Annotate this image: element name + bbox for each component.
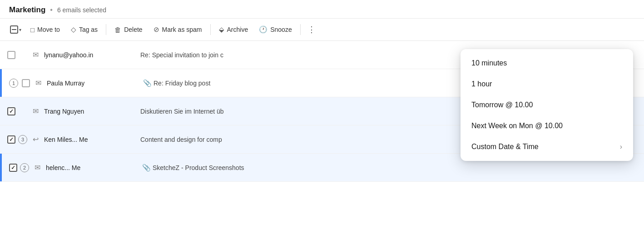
snooze-button[interactable]: 🕐 Snooze: [254, 23, 296, 36]
mail-icon-1: ✉: [33, 50, 39, 59]
select-all-button[interactable]: ▾: [7, 24, 24, 35]
tag-icon: ◇: [71, 25, 76, 34]
mark-spam-button[interactable]: ⊘ Mark as spam: [149, 23, 207, 36]
trash-icon: 🗑: [114, 26, 121, 34]
row-left-2: 1: [7, 79, 30, 88]
snooze-1hour[interactable]: 1 hour: [461, 74, 633, 95]
more-options-button[interactable]: ⋮: [304, 22, 319, 37]
toolbar: ▾ □ Move to ◇ Tag as 🗑 Delete ⊘ Mark as …: [0, 19, 644, 41]
snooze-custom[interactable]: Custom Date & Time ›: [461, 136, 633, 157]
divider-1: [106, 24, 106, 35]
reply-icon-4: ↩: [33, 135, 39, 144]
tag-as-label: Tag as: [79, 26, 98, 33]
email-checkbox-5[interactable]: [9, 164, 17, 172]
attachment-icon-5: 📎: [142, 164, 151, 171]
header-dot: •: [50, 6, 53, 14]
minus-icon: [12, 29, 16, 30]
folder-title: Marketing: [9, 5, 45, 15]
divider-2: [210, 24, 211, 35]
sender-3: Trang Nguyen: [44, 108, 135, 115]
email-checkbox-3[interactable]: [7, 107, 15, 115]
archive-button[interactable]: ⬙ Archive: [214, 23, 253, 36]
snooze-10min[interactable]: 10 minutes: [461, 53, 633, 74]
unread-bar-2: [0, 69, 2, 97]
mail-icon-3: ✉: [33, 107, 39, 115]
row-left-3: [7, 107, 27, 115]
snooze-dropdown: 10 minutes 1 hour Tomorrow @ 10.00 Next …: [461, 49, 633, 161]
sender-4: Ken Miles... Me: [44, 136, 135, 143]
thread-badge-5: 2: [20, 163, 29, 172]
delete-button[interactable]: 🗑 Delete: [110, 23, 147, 36]
sender-5: helenc... Me: [46, 164, 137, 171]
row-left-1: [7, 51, 27, 59]
divider-3: [300, 24, 301, 35]
archive-icon: ⬙: [219, 25, 224, 34]
tag-as-button[interactable]: ◇ Tag as: [66, 23, 102, 36]
archive-label: Archive: [227, 26, 248, 33]
email-checkbox-4[interactable]: [7, 135, 15, 144]
clock-icon: 🕐: [259, 25, 268, 34]
attachment-icon-2: 📎: [143, 79, 152, 87]
delete-label: Delete: [124, 26, 142, 33]
folder-icon: □: [30, 26, 35, 34]
selection-count: 6 emails selected: [57, 6, 106, 14]
thread-badge-2: 1: [9, 79, 18, 88]
snooze-label: Snooze: [270, 26, 292, 33]
row-left-4: 3: [7, 135, 27, 144]
unread-bar-5: [0, 154, 2, 181]
snooze-next-week[interactable]: Next Week on Mon @ 10.00: [461, 115, 633, 136]
snooze-tomorrow-label: Tomorrow @ 10.00: [471, 101, 533, 109]
subject-5: 📎SketcheZ - Product Screenshots: [142, 164, 637, 172]
email-checkbox-1[interactable]: [7, 51, 15, 59]
chevron-right-icon: ›: [620, 143, 622, 151]
header: Marketing • 6 emails selected: [0, 0, 644, 19]
snooze-next-week-label: Next Week on Mon @ 10.00: [471, 122, 563, 130]
mark-spam-label: Mark as spam: [162, 26, 202, 33]
mail-icon-5: ✉: [35, 163, 40, 172]
move-to-label: Move to: [37, 26, 60, 33]
spam-icon: ⊘: [154, 25, 159, 34]
sender-1: lynanu@yahoo.in: [44, 51, 135, 59]
checkbox-icon: [10, 25, 18, 34]
email-checkbox-2[interactable]: [22, 79, 30, 87]
row-left-5: 2: [7, 163, 29, 172]
mail-icon-2: ✉: [35, 79, 41, 87]
more-icon: ⋮: [307, 25, 316, 35]
snooze-10min-label: 10 minutes: [471, 59, 507, 67]
sender-2: Paula Murray: [47, 80, 138, 87]
snooze-custom-label: Custom Date & Time: [471, 143, 539, 151]
move-to-button[interactable]: □ Move to: [26, 23, 64, 36]
snooze-tomorrow[interactable]: Tomorrow @ 10.00: [461, 95, 633, 115]
thread-badge-4: 3: [18, 135, 27, 144]
chevron-down-icon: ▾: [19, 27, 21, 32]
snooze-1hour-label: 1 hour: [471, 80, 492, 88]
